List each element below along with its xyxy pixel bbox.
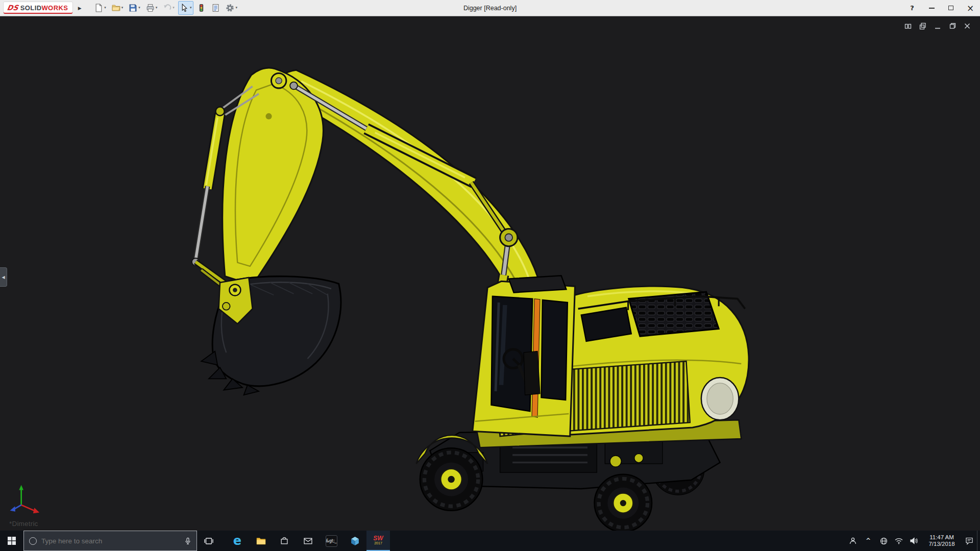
mail-icon — [304, 538, 312, 544]
show-desktop-button[interactable] — [977, 531, 980, 551]
restore-button[interactable] — [941, 0, 961, 16]
boom-arm-assembly — [223, 68, 543, 300]
new-document-button[interactable]: ▾ — [92, 1, 108, 15]
view-orientation-label: *Dimetric — [9, 520, 38, 528]
print-icon — [146, 4, 155, 12]
edge-icon: e — [233, 535, 241, 547]
solidworks-window: DS SOLIDWORKS ▶ ▾ ▾ ▾ ▾ ▾ — [0, 0, 980, 551]
document-close-button[interactable] — [962, 21, 973, 31]
stick — [223, 68, 324, 285]
file-properties-button[interactable] — [209, 1, 222, 15]
search-input[interactable] — [41, 537, 180, 545]
taskbar-clock[interactable]: 11:47 AM 7/13/2018 — [922, 531, 962, 551]
edrawings-cube-icon — [350, 536, 360, 546]
taskbar-app-edge[interactable]: e — [226, 531, 249, 551]
network-icon — [880, 537, 888, 545]
document-restore-button[interactable] — [947, 21, 958, 31]
start-icon — [8, 537, 16, 545]
people-icon — [849, 537, 857, 545]
help-button[interactable]: ? — [902, 0, 922, 16]
new-document-icon — [94, 4, 103, 12]
restore-icon — [949, 22, 956, 30]
window-title: Digger [Read-only] — [463, 5, 517, 12]
titlebar: DS SOLIDWORKS ▶ ▾ ▾ ▾ ▾ ▾ — [0, 0, 980, 16]
save-button[interactable]: ▾ — [127, 1, 142, 15]
hidden-icons-chevron: ^ — [866, 537, 871, 544]
cascade-window-button[interactable] — [917, 21, 928, 31]
dropdown-caret-icon[interactable]: ▾ — [190, 6, 192, 10]
panel-collapse-tab[interactable]: ◀ — [0, 267, 7, 287]
close-button[interactable]: × — [961, 0, 980, 16]
people-button[interactable] — [845, 531, 861, 551]
tile-window-button[interactable] — [902, 21, 914, 31]
taskbar-app-mail[interactable] — [296, 531, 320, 551]
clock-date: 7/13/2018 — [928, 541, 954, 547]
file-properties-icon — [211, 4, 220, 12]
console-icon: &gt;_ — [326, 535, 337, 547]
dropdown-caret-icon[interactable]: ▾ — [121, 6, 124, 10]
close-icon — [964, 22, 971, 30]
select-button[interactable]: ▾ — [178, 1, 194, 15]
volume-icon — [910, 537, 918, 544]
save-icon — [129, 4, 137, 12]
dropdown-caret-icon[interactable]: ▾ — [235, 6, 237, 10]
ds-logo-mark: DS — [7, 4, 19, 12]
excavator-3d-model[interactable] — [0, 16, 980, 531]
brand-name-bold: SOLID — [20, 4, 42, 12]
microphone-icon[interactable] — [184, 537, 191, 545]
solidworks-logo: DS SOLIDWORKS — [3, 2, 73, 14]
quick-access-toolbar: ▾ ▾ ▾ ▾ ▾ ▾ — [92, 1, 239, 15]
dropdown-caret-icon[interactable]: ▾ — [104, 6, 106, 10]
open-icon — [112, 4, 120, 12]
cab-roof-unit — [509, 276, 567, 292]
graphics-viewport[interactable]: ◀ *Dimetric — [0, 16, 980, 531]
action-center-icon — [965, 537, 973, 545]
rebuild-button[interactable] — [195, 1, 208, 15]
volume-button[interactable] — [906, 531, 922, 551]
taskbar-search[interactable] — [23, 531, 197, 551]
wifi-button[interactable] — [891, 531, 906, 551]
start-button[interactable] — [0, 531, 23, 551]
options-button[interactable]: ▾ — [224, 1, 239, 15]
task-view-button[interactable] — [197, 531, 220, 551]
undo-icon — [163, 4, 172, 12]
taskbar-app-edrawings[interactable] — [343, 531, 366, 551]
dropdown-caret-icon[interactable]: ▾ — [138, 6, 140, 10]
dropdown-caret-icon[interactable]: ▾ — [156, 6, 158, 10]
cascade-icon — [919, 22, 926, 30]
minimize-icon — [929, 8, 935, 9]
rebuild-traffic-light-icon — [197, 4, 206, 12]
document-window-controls — [902, 21, 973, 31]
action-center-button[interactable] — [962, 531, 977, 551]
taskbar-app-console[interactable]: &gt;_ — [320, 531, 343, 551]
network-button[interactable] — [876, 531, 891, 551]
system-tray: ^ 11:47 AM 7/13/2018 — [845, 531, 980, 551]
file-explorer-icon — [256, 537, 266, 545]
select-cursor-icon — [180, 4, 189, 12]
wheel-front-near — [420, 448, 482, 510]
solidworks-2017-icon: SW 2017 — [373, 535, 383, 545]
window-controls: ? × — [902, 0, 980, 16]
taskbar-app-store[interactable] — [273, 531, 296, 551]
task-view-icon — [204, 537, 213, 545]
dropdown-caret-icon[interactable]: ▾ — [173, 6, 175, 10]
hidden-icons-button[interactable]: ^ — [861, 531, 876, 551]
orientation-triad — [10, 485, 40, 514]
restore-icon — [948, 6, 953, 10]
cab — [473, 276, 575, 436]
minimize-icon — [934, 22, 941, 30]
open-button[interactable]: ▾ — [110, 1, 126, 15]
wheel-rear-near — [594, 474, 652, 531]
minimize-button[interactable] — [922, 0, 941, 16]
wifi-icon — [895, 538, 903, 544]
tile-icon — [904, 22, 912, 30]
taskbar-app-file-explorer[interactable] — [249, 531, 273, 551]
clock-time: 11:47 AM — [929, 534, 954, 541]
windows-taskbar: e &gt;_ SW 2017 ^ — [0, 531, 980, 551]
document-minimize-button[interactable] — [932, 21, 943, 31]
print-button[interactable]: ▾ — [144, 1, 160, 15]
store-icon — [280, 537, 288, 545]
taskbar-app-solidworks[interactable]: SW 2017 — [366, 531, 390, 551]
menu-flyout-arrow-icon[interactable]: ▶ — [75, 6, 84, 11]
undo-button[interactable]: ▾ — [161, 1, 177, 15]
